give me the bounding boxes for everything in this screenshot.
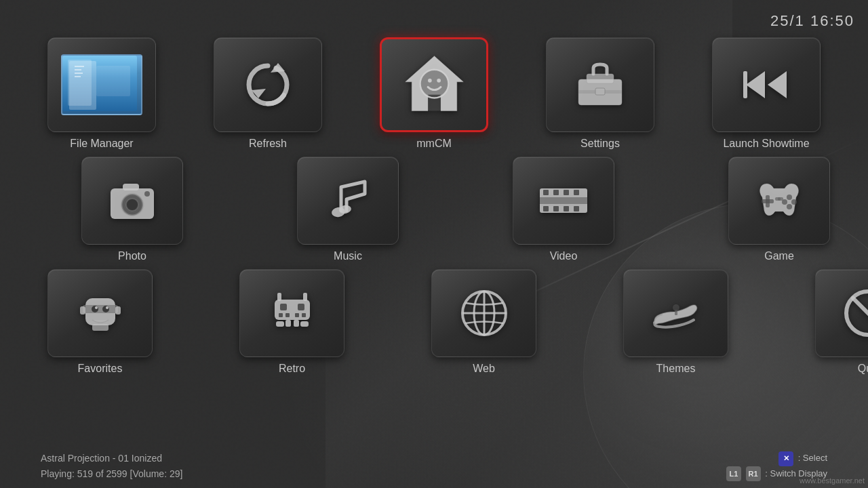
icon-box-game [728, 157, 830, 245]
menu-item-mmcm[interactable]: mmCM [380, 37, 488, 150]
menu-item-game[interactable]: Game [728, 157, 830, 262]
svg-rect-13 [587, 74, 614, 83]
svg-rect-60 [295, 313, 299, 317]
menu-item-refresh[interactable]: Refresh [214, 37, 322, 150]
svg-rect-62 [276, 321, 284, 327]
quit-label: Quit [858, 363, 868, 375]
now-playing: Astral Projection - 01 Ionized Playing: … [41, 451, 182, 481]
svg-rect-57 [298, 304, 304, 310]
menu-item-settings[interactable]: Settings [546, 37, 654, 150]
web-label: Web [473, 363, 495, 375]
svg-rect-56 [280, 304, 287, 310]
svg-rect-1 [68, 60, 92, 106]
song-title: Astral Projection - 01 Ionized [41, 451, 182, 466]
themes-icon [649, 286, 703, 340]
svg-rect-5 [75, 76, 81, 77]
game-label: Game [764, 250, 794, 262]
menu-item-web[interactable]: Web [431, 269, 536, 375]
photo-icon [105, 174, 159, 228]
file-manager-label: File Manager [70, 138, 133, 150]
themes-label: Themes [656, 363, 696, 375]
svg-rect-18 [743, 71, 747, 98]
svg-rect-31 [543, 206, 549, 211]
icon-box-music [297, 157, 399, 245]
web-icon [457, 286, 511, 340]
icon-box-launch-showtime [712, 37, 821, 132]
mmcm-icon [402, 53, 467, 117]
svg-rect-51 [115, 306, 121, 314]
svg-rect-61 [302, 313, 306, 317]
svg-rect-15 [595, 88, 605, 95]
svg-rect-29 [564, 190, 569, 195]
svg-rect-43 [778, 197, 783, 201]
svg-rect-35 [540, 197, 587, 204]
svg-marker-17 [768, 71, 787, 98]
menu-item-quit[interactable]: Quit [815, 269, 868, 375]
refresh-label: Refresh [249, 138, 287, 150]
icon-box-settings [546, 37, 654, 132]
game-icon [752, 174, 806, 228]
retro-icon [265, 286, 319, 340]
svg-point-39 [791, 199, 797, 205]
settings-label: Settings [580, 138, 620, 150]
svg-rect-52 [92, 324, 108, 331]
svg-point-47 [102, 306, 109, 312]
icon-box-photo [81, 157, 183, 245]
photo-label: Photo [118, 250, 146, 262]
datetime: 25/1 16:50 [770, 12, 854, 30]
svg-point-9 [420, 69, 448, 98]
svg-rect-45 [83, 305, 118, 313]
watermark: www.bestgamer.net [800, 476, 865, 485]
menu-item-launch-showtime[interactable]: Launch Showtime [712, 37, 821, 150]
svg-rect-4 [75, 73, 83, 74]
svg-point-40 [787, 204, 792, 209]
icon-box-refresh [214, 37, 322, 132]
x-button-icon: ✕ [778, 451, 793, 466]
music-icon [321, 174, 375, 228]
launch-showtime-icon [739, 58, 793, 112]
svg-rect-28 [553, 190, 559, 195]
menu-item-themes[interactable]: Themes [623, 269, 728, 375]
icon-box-mmcm [380, 37, 488, 132]
svg-point-23 [144, 191, 150, 197]
launch-showtime-label: Launch Showtime [723, 138, 809, 150]
menu-grid: File Manager Refresh [41, 37, 827, 378]
icon-box-favorites [47, 269, 153, 357]
svg-point-46 [92, 306, 98, 312]
svg-rect-6 [96, 66, 130, 96]
select-action: : Select [798, 453, 827, 463]
icon-box-web [431, 269, 536, 357]
svg-rect-2 [75, 66, 84, 67]
svg-rect-50 [80, 306, 85, 314]
menu-item-video[interactable]: Video [513, 157, 614, 262]
menu-item-photo[interactable]: Photo [81, 157, 183, 262]
quit-icon [841, 286, 869, 340]
refresh-icon [241, 58, 295, 112]
menu-row-3: Favorites [41, 269, 827, 375]
svg-rect-33 [564, 206, 569, 211]
svg-marker-16 [746, 71, 765, 98]
l1-button-icon: L1 [726, 466, 741, 481]
menu-item-favorites[interactable]: Favorites [47, 269, 153, 375]
svg-point-10 [428, 79, 432, 83]
svg-rect-63 [300, 321, 309, 327]
svg-rect-65 [294, 320, 299, 327]
svg-rect-58 [279, 313, 283, 317]
video-label: Video [550, 250, 578, 262]
svg-point-49 [106, 306, 108, 309]
svg-rect-37 [762, 199, 774, 203]
svg-rect-3 [75, 69, 81, 70]
menu-item-file-manager[interactable]: File Manager [47, 37, 156, 150]
svg-point-11 [437, 79, 441, 83]
svg-line-73 [853, 298, 869, 328]
favorites-label: Favorites [78, 363, 123, 375]
menu-row-1: File Manager Refresh [41, 37, 827, 150]
icon-box-file-manager [47, 37, 156, 132]
icon-box-quit [815, 269, 868, 357]
menu-item-retro[interactable]: Retro [239, 269, 344, 375]
icon-box-video [513, 157, 614, 245]
icon-box-themes [623, 269, 728, 357]
svg-rect-71 [675, 310, 677, 315]
svg-point-22 [126, 199, 138, 211]
menu-item-music[interactable]: Music [297, 157, 399, 262]
